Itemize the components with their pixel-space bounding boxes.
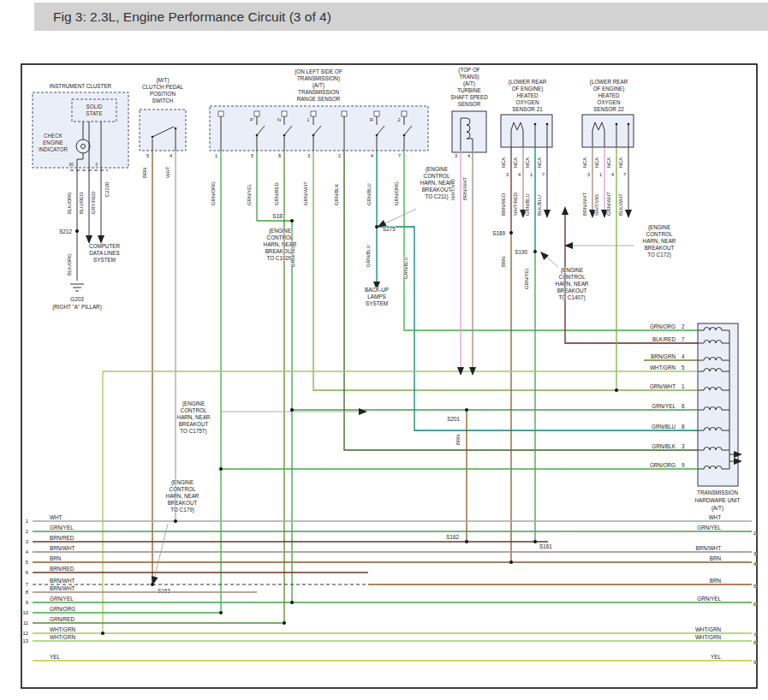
component-box <box>311 111 316 116</box>
label: 3 <box>506 172 509 177</box>
label: 8 <box>682 424 685 430</box>
label: 11 <box>23 620 28 626</box>
label: OXYGEN <box>516 99 539 105</box>
label: 4 <box>682 353 685 359</box>
wire-color-label: GRN/YEL <box>524 267 529 289</box>
label: 3 <box>307 153 310 158</box>
label: CONTROL <box>559 274 586 280</box>
label: WHT/GRN <box>695 626 722 632</box>
label: GRN/ORG <box>650 323 676 329</box>
junction-dot <box>283 134 286 137</box>
wire-color-label: WHT/RED <box>513 193 518 216</box>
label: BRN <box>50 555 62 561</box>
label: TRANS) <box>459 74 479 80</box>
label: INSTRUMENT CLUSTER <box>50 83 112 89</box>
label: TO C1026) <box>266 255 293 262</box>
wire-color-label: BRN/WHT <box>582 192 587 216</box>
wire-color-label: BRN <box>455 435 461 445</box>
label: TO C211) <box>425 193 448 200</box>
label: 4 <box>611 172 614 177</box>
label: 3 <box>587 172 590 177</box>
junction-dot <box>403 134 406 137</box>
label: RANGE SENSOR <box>297 96 341 102</box>
wire-color-label: GRN/BLU <box>366 245 371 267</box>
label: 3 <box>95 162 98 167</box>
wire-color-label: NCA <box>537 157 542 168</box>
junction-dot <box>175 128 177 130</box>
label: HEATED <box>598 92 620 98</box>
component-box <box>140 110 186 151</box>
component-box <box>254 111 259 116</box>
label: LAMPS <box>367 294 385 300</box>
label: TRANSMISSION <box>697 489 738 495</box>
component-box <box>402 111 407 116</box>
screenshot-root: Fig 3: 2.3L, Engine Performance Circuit … <box>0 0 768 700</box>
label: (ENGINE <box>561 267 583 274</box>
label: TRANSMISSION <box>298 89 339 95</box>
label: 5 <box>26 560 28 565</box>
label: S201 <box>447 416 460 422</box>
label: CONTROL <box>170 486 196 492</box>
label: ENGINE <box>43 139 63 145</box>
label: BRN/WHT <box>50 578 75 584</box>
junction-dot <box>376 134 378 137</box>
label: BRN/RED <box>50 535 74 541</box>
label: INDICATOR <box>39 146 68 152</box>
wire-color-label: BRN <box>142 168 147 178</box>
label: 6 <box>682 403 685 409</box>
label: GRN/RED <box>50 616 74 622</box>
label: 7 <box>682 336 685 342</box>
wire-color-label: GRN/ORG <box>211 181 216 205</box>
junction-dot <box>509 561 513 564</box>
label: 10 <box>23 610 28 615</box>
component-box <box>342 111 347 116</box>
label: 30 <box>68 162 74 167</box>
label: 3 <box>682 443 685 449</box>
label: 7 <box>753 632 756 638</box>
label: (ENGINE <box>182 400 205 407</box>
label: S187 <box>272 213 285 219</box>
label: SENSOR 22 <box>593 106 624 112</box>
label: BRN/WHT <box>696 545 722 551</box>
label: 5 <box>251 153 253 158</box>
label: TO C179) <box>170 507 194 513</box>
label: 8 <box>278 153 281 158</box>
label: GRN/YEL <box>652 403 676 409</box>
label: 7 <box>542 172 545 177</box>
label: 4 <box>518 172 521 177</box>
junction-dot <box>465 540 468 543</box>
junction-dot <box>174 519 177 523</box>
junction-dot <box>152 136 154 139</box>
label: 5 <box>682 365 685 371</box>
junction-dot <box>313 134 315 137</box>
label: BREAKOUT <box>179 421 209 427</box>
diagram-border <box>21 64 757 688</box>
label: 9 <box>26 600 28 605</box>
label: GRN/WHT <box>650 383 676 389</box>
junction-dot <box>290 408 294 412</box>
label: TO C1407) <box>558 294 585 301</box>
wire-color-label: C2220 <box>104 182 110 197</box>
component-box <box>582 115 634 147</box>
wire-color-label: NCA <box>582 157 587 168</box>
label: 1 <box>682 383 685 389</box>
label: YEL <box>711 654 721 660</box>
label: SYSTEM <box>366 300 388 306</box>
label: (ENGINE <box>426 166 448 173</box>
label: BRN <box>710 555 722 561</box>
wire-color-label: NCA <box>525 157 530 168</box>
label: GRN/ORG <box>650 462 676 468</box>
label: HARDWARE UNIT <box>695 497 741 503</box>
label: (A/T) <box>313 82 324 89</box>
component-box <box>501 115 552 147</box>
label: (LOWER REAR <box>590 79 628 86</box>
label: 6 <box>753 602 756 607</box>
label: BREAKOUT <box>645 245 675 251</box>
label: S189 <box>492 230 505 236</box>
label: SOLID <box>86 104 103 110</box>
wire-color-label: BLK/BLU <box>537 195 542 216</box>
component-box <box>282 111 287 116</box>
label: (A/T) <box>711 505 723 512</box>
junction-dot <box>290 219 294 222</box>
label: 2 <box>682 323 685 329</box>
